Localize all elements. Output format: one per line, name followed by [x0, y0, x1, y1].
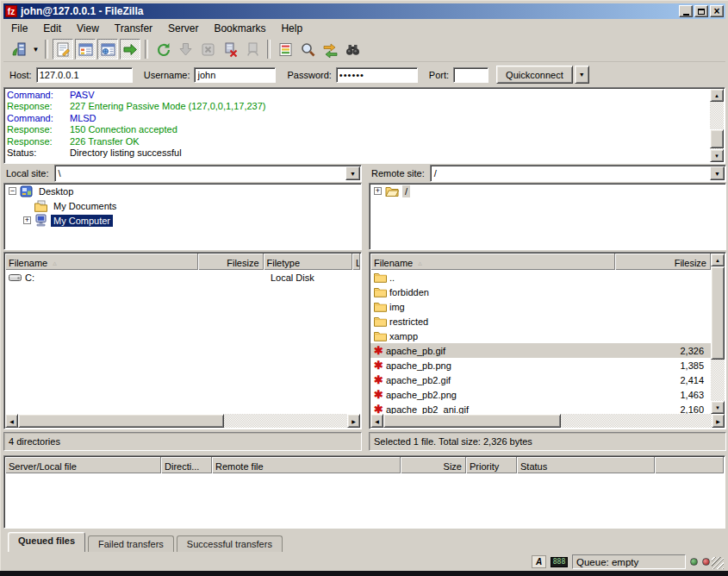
filesize-cell: 2,414: [615, 375, 711, 385]
scroll-up-icon[interactable]: ▲: [710, 89, 724, 102]
file-row[interactable]: ..: [370, 270, 711, 285]
column-header-filename[interactable]: Filename▵: [370, 254, 615, 270]
expand-icon[interactable]: +: [374, 187, 382, 195]
tree-item[interactable]: My Documents: [4, 198, 361, 213]
log-scrollbar[interactable]: ▲ ▼: [710, 89, 724, 162]
maximize-button[interactable]: [694, 5, 708, 17]
log-line: Response:226 Transfer OK: [7, 136, 707, 147]
remote-vscroll-thumb[interactable]: [711, 266, 725, 360]
tab-failed-transfers[interactable]: Failed transfers: [88, 535, 174, 552]
toggle-local-tree-button[interactable]: [75, 39, 96, 59]
tree-item[interactable]: −Desktop: [4, 184, 361, 198]
expand-icon[interactable]: +: [23, 216, 31, 224]
tree-item[interactable]: +/: [370, 184, 725, 198]
queue-body[interactable]: [5, 473, 724, 527]
toolbar: ▼: [3, 37, 725, 61]
port-input[interactable]: [453, 67, 488, 83]
file-row[interactable]: ✱apache_pb.png1,385: [370, 358, 711, 373]
local-site-combo[interactable]: \ ▼: [54, 165, 362, 182]
menu-edit[interactable]: Edit: [35, 21, 69, 36]
remote-site-combo-arrow-icon[interactable]: ▼: [710, 166, 725, 180]
directory-comparison-button[interactable]: [297, 39, 318, 59]
close-button[interactable]: ×: [710, 5, 724, 17]
file-row[interactable]: ✱apache_pb2_ani.gif2,160: [370, 402, 711, 414]
file-row[interactable]: ✱apache_pb.gif2,326: [370, 343, 711, 358]
column-header-filetype[interactable]: Filetype: [264, 254, 352, 270]
menu-server[interactable]: Server: [160, 21, 206, 36]
file-row[interactable]: img: [370, 299, 711, 314]
file-row[interactable]: ✱apache_pb2.gif2,414: [370, 373, 711, 387]
speed-limit-indicator-icon[interactable]: 888: [551, 557, 568, 567]
column-header-filesize[interactable]: Filesize: [615, 254, 711, 270]
remote-site-combo[interactable]: / ▼: [430, 165, 726, 182]
toggle-transfer-queue-button[interactable]: [120, 39, 140, 59]
site-manager-dropdown-icon[interactable]: ▼: [30, 39, 41, 59]
column-header-status[interactable]: Status: [517, 457, 655, 473]
scroll-down-icon[interactable]: ▼: [711, 401, 725, 414]
local-hscroll[interactable]: ◀ ▶: [5, 414, 360, 428]
file-row[interactable]: restricted: [370, 314, 711, 329]
toggle-remote-tree-button[interactable]: [97, 39, 118, 59]
scroll-right-icon[interactable]: ▶: [347, 414, 360, 428]
menu-help[interactable]: Help: [273, 21, 310, 36]
menu-bookmarks[interactable]: Bookmarks: [206, 21, 273, 36]
remote-directory-tree[interactable]: +/: [369, 183, 726, 250]
column-header-l[interactable]: L: [352, 254, 360, 270]
site-manager-button[interactable]: [9, 39, 29, 59]
log-line-text: 226 Transfer OK: [70, 136, 140, 147]
scroll-down-icon[interactable]: ▼: [710, 149, 724, 162]
local-site-combo-arrow-icon[interactable]: ▼: [345, 166, 360, 180]
data-type-indicator-icon: A: [532, 555, 546, 568]
remote-list-header: Filename▵Filesize: [370, 254, 711, 270]
local-site-label: Local site:: [3, 168, 54, 178]
scroll-right-icon[interactable]: ▶: [712, 414, 725, 428]
remote-hscroll-thumb[interactable]: [383, 414, 561, 428]
find-files-button[interactable]: [342, 39, 363, 59]
refresh-button[interactable]: [152, 39, 173, 59]
toggle-message-log-button[interactable]: [53, 39, 73, 59]
tab-successful-transfers[interactable]: Successful transfers: [177, 535, 283, 552]
file-row[interactable]: C:Local Disk: [5, 270, 360, 285]
host-input[interactable]: [36, 67, 133, 83]
folder-icon: [374, 330, 387, 341]
file-row[interactable]: xampp: [370, 329, 711, 343]
username-input[interactable]: [194, 67, 276, 83]
quickconnect-dropdown-button[interactable]: ▼: [575, 66, 589, 84]
title-bar[interactable]: fz john@127.0.0.1 - FileZilla ×: [3, 3, 725, 19]
remote-vscroll[interactable]: ▲ ▼: [711, 254, 725, 414]
disconnect-button[interactable]: [220, 39, 240, 59]
tree-item[interactable]: +My Computer: [4, 213, 361, 228]
password-input[interactable]: [336, 67, 418, 83]
filter-button[interactable]: [275, 39, 296, 59]
column-header-priority[interactable]: Priority: [466, 457, 517, 473]
file-row[interactable]: forbidden: [370, 285, 711, 299]
reconnect-button[interactable]: [242, 39, 263, 59]
quickconnect-button[interactable]: Quickconnect: [496, 66, 573, 84]
scroll-left-icon[interactable]: ◀: [5, 414, 18, 428]
menu-file[interactable]: File: [3, 21, 35, 36]
column-header-filename[interactable]: Filename▵: [5, 254, 198, 270]
log-scroll-thumb[interactable]: [710, 129, 724, 148]
tab-queued-files[interactable]: Queued files: [8, 532, 85, 552]
column-header-server-local-file[interactable]: Server/Local file: [5, 457, 161, 473]
menu-transfer[interactable]: Transfer: [107, 21, 160, 36]
local-status-text: 4 directories: [3, 432, 362, 451]
column-header-remote-file[interactable]: Remote file: [212, 457, 401, 473]
synchronized-browsing-button[interactable]: [320, 39, 340, 59]
cancel-operation-button[interactable]: [197, 39, 218, 59]
resize-grip[interactable]: [712, 557, 724, 569]
menu-view[interactable]: View: [69, 21, 107, 36]
collapse-icon[interactable]: −: [9, 187, 16, 195]
local-hscroll-thumb[interactable]: [18, 414, 224, 428]
file-row[interactable]: ✱apache_pb2.png1,463: [370, 387, 711, 402]
scroll-left-icon[interactable]: ◀: [370, 414, 383, 428]
local-directory-tree[interactable]: −DesktopMy Documents+My Computer: [3, 183, 362, 250]
remote-hscroll[interactable]: ◀ ▶: [370, 414, 725, 428]
column-header-filesize[interactable]: Filesize: [198, 254, 264, 270]
scroll-up-icon[interactable]: ▲: [711, 254, 725, 266]
minimize-button[interactable]: [679, 5, 693, 17]
column-header-size[interactable]: Size: [401, 457, 466, 473]
column-header-directi-[interactable]: Directi...: [161, 457, 212, 473]
process-queue-button[interactable]: [175, 39, 196, 59]
disconnect-icon: [222, 41, 239, 58]
